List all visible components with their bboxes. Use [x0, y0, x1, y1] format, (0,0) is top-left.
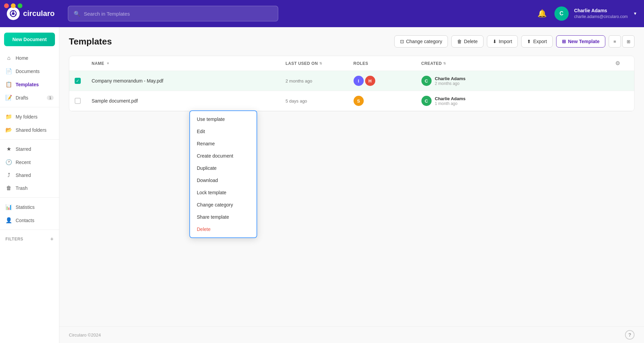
context-menu-item-lock-template[interactable]: Lock template	[190, 186, 257, 199]
row-last-used-1: 2 months ago	[286, 78, 354, 84]
table-row[interactable]: ✓ Company memorandum - May.pdf 2 months …	[69, 71, 634, 91]
sidebar-item-label: Documents	[16, 69, 40, 74]
creator-info: Charlie Adams 1 month ago	[435, 96, 466, 106]
search-icon: 🔍	[74, 11, 80, 17]
maximize-button[interactable]	[18, 3, 22, 8]
sidebar-item-templates[interactable]: 📋 Templates	[0, 78, 59, 91]
context-menu-item-download[interactable]: Download	[190, 174, 257, 186]
page-header: Templates ⊡ Change category 🗑 Delete ⬇ I…	[69, 35, 634, 48]
home-icon: ⌂	[5, 55, 12, 61]
sidebar-item-statistics[interactable]: 📊 Statistics	[0, 200, 59, 214]
sidebar-item-label: Templates	[16, 82, 39, 87]
context-menu-item-duplicate[interactable]: Duplicate	[190, 162, 257, 174]
topbar: circularo 🔍 🔔 C Charlie Adams charlie.ad…	[0, 0, 644, 27]
minimize-button[interactable]	[11, 3, 16, 8]
sidebar-item-contacts[interactable]: 👤 Contacts	[0, 214, 59, 227]
new-template-icon: ⊞	[562, 39, 566, 44]
sidebar-divider-2	[0, 139, 59, 140]
sidebar-item-my-folders[interactable]: 📁 My folders	[0, 110, 59, 123]
sidebar-divider-3	[0, 197, 59, 198]
context-menu-item-edit[interactable]: Edit	[190, 125, 257, 138]
sort-icon-last-used: ⇅	[319, 61, 322, 65]
import-icon: ⬇	[493, 39, 497, 44]
filters-label: Filters	[5, 237, 23, 241]
header-name[interactable]: NAME ▼	[92, 60, 286, 67]
header-roles: ROLES	[354, 60, 421, 67]
export-button[interactable]: ⬆ Export	[521, 35, 552, 48]
context-menu: Use template Edit Rename Create document…	[189, 110, 257, 238]
drafts-badge: 1	[47, 95, 54, 100]
folder-icon: 📁	[5, 113, 12, 120]
avatar: C	[554, 6, 569, 21]
header-created[interactable]: CREATED ⇅	[421, 60, 615, 67]
context-menu-item-rename[interactable]: Rename	[190, 138, 257, 150]
chevron-down-icon[interactable]: ▼	[633, 11, 637, 16]
checkbox[interactable]: ✓	[75, 78, 81, 84]
svg-point-2	[13, 11, 14, 12]
page-title: Templates	[69, 36, 112, 47]
context-menu-item-use-template[interactable]: Use template	[190, 113, 257, 125]
sidebar-item-home[interactable]: ⌂ Home	[0, 52, 59, 65]
svg-point-1	[12, 12, 15, 15]
sidebar-item-label: Home	[16, 55, 28, 61]
sidebar-item-shared[interactable]: ⤴ Shared	[0, 169, 59, 182]
sidebar-item-starred[interactable]: ★ Starred	[0, 142, 59, 156]
sort-icon: ▼	[106, 61, 110, 65]
list-view-button[interactable]: ≡	[609, 35, 621, 48]
template-icon: 📋	[5, 81, 12, 88]
row-name-2: Sample document.pdf	[92, 98, 286, 104]
help-button[interactable]: ?	[625, 330, 634, 340]
import-button[interactable]: ⬇ Import	[487, 35, 518, 48]
svg-point-3	[15, 14, 16, 16]
grid-view-button[interactable]: ⊞	[622, 35, 634, 48]
traffic-lights	[4, 3, 22, 8]
contacts-icon: 👤	[5, 217, 12, 223]
context-menu-item-delete[interactable]: Delete	[190, 223, 257, 235]
sidebar-item-recent[interactable]: 🕐 Recent	[0, 156, 59, 169]
search-input[interactable]	[84, 11, 272, 17]
new-template-button[interactable]: ⊞ New Template	[556, 35, 605, 48]
search-bar[interactable]: 🔍	[68, 6, 278, 21]
sidebar-item-label: Shared folders	[16, 127, 46, 133]
topbar-right: 🔔 C Charlie Adams charlie.adams@circular…	[535, 6, 637, 21]
context-menu-item-change-category[interactable]: Change category	[190, 199, 257, 211]
shared-folder-icon: 📂	[5, 127, 12, 133]
copyright: Circularo ©2024	[69, 332, 101, 338]
change-category-button[interactable]: ⊡ Change category	[394, 35, 448, 48]
row-roles-2: S	[354, 96, 421, 106]
add-filter-button[interactable]: +	[50, 236, 54, 242]
close-button[interactable]	[4, 3, 9, 8]
header-last-used[interactable]: LAST USED ON ⇅	[286, 60, 354, 67]
view-toggle: ≡ ⊞	[609, 35, 634, 48]
context-menu-item-share-template[interactable]: Share template	[190, 211, 257, 223]
settings-icon[interactable]: ⚙	[615, 60, 620, 66]
sidebar-item-drafts[interactable]: 📝 Drafts 1	[0, 91, 59, 104]
new-document-button[interactable]: New Document	[4, 33, 55, 46]
delete-button[interactable]: 🗑 Delete	[451, 35, 483, 48]
context-menu-item-create-document[interactable]: Create document	[190, 150, 257, 162]
logo-icon	[7, 7, 20, 20]
sort-icon-created: ⇅	[443, 61, 446, 65]
document-icon: 📄	[5, 68, 12, 74]
role-avatar-s: S	[354, 96, 364, 106]
notification-bell[interactable]: 🔔	[535, 7, 549, 20]
sidebar-divider-4	[0, 230, 59, 230]
header-actions: ⊡ Change category 🗑 Delete ⬇ Import ⬆ Ex…	[394, 35, 634, 48]
app-logo: circularo	[7, 7, 61, 20]
table-header: NAME ▼ LAST USED ON ⇅ ROLES CREATED ⇅ ⚙	[69, 56, 634, 71]
row-checkbox-1[interactable]: ✓	[75, 78, 92, 84]
sidebar-item-shared-folders[interactable]: 📂 Shared folders	[0, 123, 59, 137]
delete-icon: 🗑	[457, 39, 462, 44]
row-last-used-2: 5 days ago	[286, 98, 354, 104]
sidebar-item-documents[interactable]: 📄 Documents	[0, 65, 59, 78]
row-checkbox-2[interactable]	[75, 98, 92, 104]
clock-icon: 🕐	[5, 159, 12, 165]
header-settings: ⚙	[615, 60, 629, 67]
sidebar-item-trash[interactable]: 🗑 Trash	[0, 182, 59, 195]
creator-avatar: C	[421, 76, 432, 86]
checkbox[interactable]	[75, 98, 81, 104]
table-row[interactable]: Sample document.pdf 5 days ago S C Charl…	[69, 91, 634, 111]
svg-point-4	[10, 14, 12, 16]
user-name: Charlie Adams	[574, 7, 628, 14]
layout: New Document ⌂ Home 📄 Documents 📋 Templa…	[0, 0, 644, 343]
